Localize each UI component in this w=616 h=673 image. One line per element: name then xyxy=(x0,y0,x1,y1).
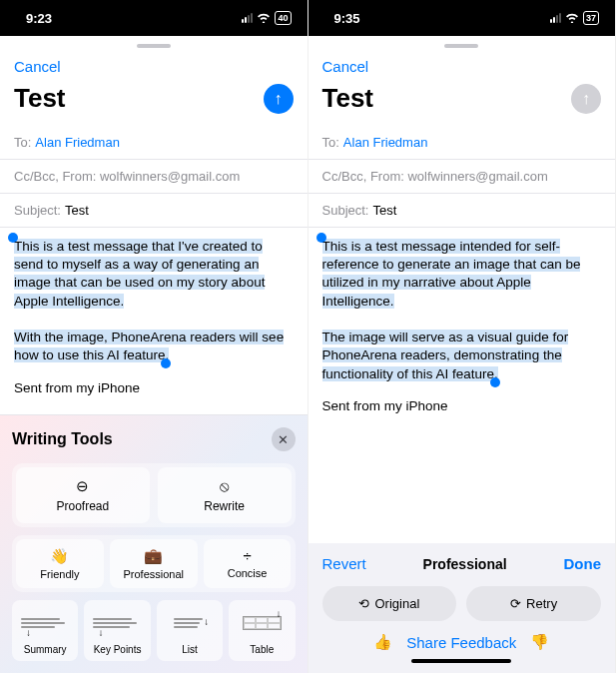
summary-button[interactable]: ↓ Summary xyxy=(12,600,78,661)
thumbs-down-icon: 👎 xyxy=(530,633,549,650)
cancel-button[interactable]: Cancel xyxy=(322,58,369,75)
title-row: Test ↑ xyxy=(308,81,616,126)
to-label: To: xyxy=(14,135,31,150)
original-label: Original xyxy=(374,596,419,611)
signature: Sent from my iPhone xyxy=(14,379,294,397)
wave-icon: 👋 xyxy=(50,547,69,565)
table-label: Table xyxy=(250,644,274,655)
email-body[interactable]: This is a test message that I've created… xyxy=(0,228,308,405)
revert-button[interactable]: Revert xyxy=(322,555,366,572)
table-button[interactable]: ↓ Table xyxy=(229,600,295,661)
proofread-label: Proofread xyxy=(57,499,110,513)
list-preview-icon: ↓ xyxy=(161,606,219,640)
email-body[interactable]: This is a test message intended for self… xyxy=(308,228,616,423)
ccbcc-value: Cc/Bcc, From: wolfwinners@gmail.com xyxy=(322,169,548,184)
cellular-signal-icon xyxy=(550,13,561,23)
body-paragraph-2: The image will serve as a visual guide f… xyxy=(322,330,569,380)
ccbcc-field[interactable]: Cc/Bcc, From: wolfwinners@gmail.com xyxy=(308,160,616,194)
share-feedback-button[interactable]: Share Feedback xyxy=(406,634,516,651)
to-value: Alan Friedman xyxy=(343,135,428,150)
cancel-button[interactable]: Cancel xyxy=(14,58,61,75)
proofread-button[interactable]: ⊖ Proofread xyxy=(16,467,150,523)
keypoints-button[interactable]: ↓ Key Points xyxy=(84,600,150,661)
body-paragraph-1: This is a test message that I've created… xyxy=(14,239,265,309)
original-button[interactable]: ⟲ Original xyxy=(322,586,457,621)
clock-back-icon: ⟲ xyxy=(358,596,369,611)
status-indicators: 40 xyxy=(242,11,291,26)
battery-indicator: 40 xyxy=(275,11,291,25)
subject-field[interactable]: Subject: Test xyxy=(308,194,616,228)
retry-label: Retry xyxy=(526,596,557,611)
status-time: 9:23 xyxy=(16,11,52,26)
friendly-button[interactable]: 👋 Friendly xyxy=(16,539,104,588)
result-mode-title: Professional xyxy=(423,556,507,572)
summary-label: Summary xyxy=(24,644,67,655)
email-title: Test xyxy=(14,83,66,114)
writing-tools-title: Writing Tools xyxy=(12,430,113,448)
selection-end-handle[interactable] xyxy=(490,377,500,387)
thumbs-down-button[interactable]: 👎 xyxy=(530,633,549,651)
email-title: Test xyxy=(322,83,374,114)
ccbcc-field[interactable]: Cc/Bcc, From: wolfwinners@gmail.com xyxy=(0,160,308,194)
to-field[interactable]: To: Alan Friedman xyxy=(308,126,616,160)
professional-button[interactable]: 💼 Professional xyxy=(110,539,198,588)
body-paragraph-2: With the image, PhoneArena readers will … xyxy=(14,330,284,362)
ccbcc-value: Cc/Bcc, From: wolfwinners@gmail.com xyxy=(14,169,240,184)
status-indicators: 37 xyxy=(550,11,599,26)
subject-field[interactable]: Subject: Test xyxy=(0,194,308,228)
concise-icon: ⁤÷ xyxy=(243,547,251,564)
professional-label: Professional xyxy=(123,568,184,580)
writing-tools-panel: Writing Tools ✕ ⊖ Proofread ⦸ Rewrite 👋 … xyxy=(0,414,308,673)
sheet-handle[interactable] xyxy=(444,44,478,48)
concise-label: Concise xyxy=(228,567,268,579)
battery-indicator: 37 xyxy=(583,11,599,25)
title-row: Test ↑ xyxy=(0,81,308,126)
to-field[interactable]: To: Alan Friedman xyxy=(0,126,308,160)
phone-right: 9:35 37 Cancel Test ↑ To: Alan Friedman … xyxy=(308,0,617,673)
close-button[interactable]: ✕ xyxy=(272,427,296,451)
retry-icon: ⟳ xyxy=(510,596,521,611)
thumbs-up-button[interactable]: 👍 xyxy=(373,633,392,651)
rewrite-button[interactable]: ⦸ Rewrite xyxy=(158,467,292,523)
thumbs-up-icon: 👍 xyxy=(373,633,392,650)
keypoints-preview-icon: ↓ xyxy=(88,606,146,640)
arrow-up-icon: ↑ xyxy=(275,90,283,108)
to-label: To: xyxy=(322,135,339,150)
done-button[interactable]: Done xyxy=(564,555,602,572)
selection-start-handle[interactable] xyxy=(316,233,326,243)
phone-left: 9:23 40 Cancel Test ↑ To: Alan Friedman … xyxy=(0,0,308,673)
selection-start-handle[interactable] xyxy=(8,233,18,243)
wifi-icon xyxy=(565,11,579,26)
cellular-signal-icon xyxy=(242,13,253,23)
briefcase-icon: 💼 xyxy=(144,547,163,565)
status-bar: 9:23 40 xyxy=(0,0,308,36)
top-row: Cancel xyxy=(0,52,308,81)
wifi-icon xyxy=(257,11,271,26)
rewrite-icon: ⦸ xyxy=(220,477,230,495)
concise-button[interactable]: ⁤÷ Concise xyxy=(204,539,292,588)
arrow-up-icon: ↑ xyxy=(582,90,590,108)
sheet-handle[interactable] xyxy=(137,44,171,48)
subject-value: Test xyxy=(372,203,396,218)
close-icon: ✕ xyxy=(278,432,289,447)
subject-label: Subject: xyxy=(322,203,369,218)
rewrite-label: Rewrite xyxy=(204,499,245,513)
result-panel: Revert Professional Done ⟲ Original ⟳ Re… xyxy=(308,543,616,673)
to-value: Alan Friedman xyxy=(35,135,120,150)
retry-button[interactable]: ⟳ Retry xyxy=(466,586,601,621)
status-bar: 9:35 37 xyxy=(308,0,616,36)
keypoints-label: Key Points xyxy=(94,644,142,655)
selection-end-handle[interactable] xyxy=(161,358,171,368)
friendly-label: Friendly xyxy=(40,568,79,580)
list-button[interactable]: ↓ List xyxy=(157,600,223,661)
subject-label: Subject: xyxy=(14,203,61,218)
status-time: 9:35 xyxy=(324,11,360,26)
list-label: List xyxy=(182,644,198,655)
magnifier-icon: ⊖ xyxy=(76,477,89,495)
body-paragraph-1: This is a test message intended for self… xyxy=(322,239,581,309)
home-indicator[interactable] xyxy=(411,659,511,663)
send-button[interactable]: ↑ xyxy=(264,84,294,114)
top-row: Cancel xyxy=(308,52,616,81)
summary-preview-icon: ↓ xyxy=(16,606,74,640)
send-button[interactable]: ↑ xyxy=(571,84,601,114)
